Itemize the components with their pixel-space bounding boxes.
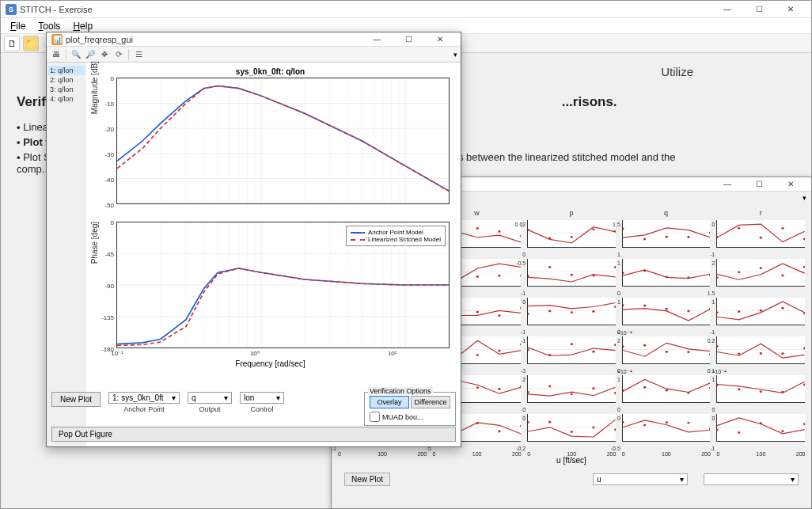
- svg-point-100: [498, 350, 500, 352]
- mini-plot-cell[interactable]: 1 -1: [716, 298, 805, 333]
- overlay-toggle[interactable]: Overlay: [370, 396, 409, 408]
- mini-plot-cell[interactable]: 0.2 0.1: [716, 336, 805, 372]
- grid-col-header: r: [716, 209, 805, 217]
- grid-new-plot-button[interactable]: New Plot: [344, 473, 390, 486]
- svg-point-55: [717, 276, 719, 279]
- mini-plot-cell[interactable]: -1 -3: [527, 336, 616, 372]
- grid-menu-arrow-icon[interactable]: ▾: [803, 194, 806, 202]
- svg-point-47: [614, 266, 616, 268]
- svg-point-74: [548, 310, 551, 313]
- svg-point-159: [476, 422, 478, 424]
- menu-file[interactable]: File: [6, 19, 30, 33]
- data-cursor-icon[interactable]: ☰: [132, 48, 145, 61]
- output-label: Output: [199, 405, 221, 413]
- grid-select-2[interactable]: ▾: [704, 473, 799, 485]
- freq-close-button[interactable]: ✕: [424, 32, 456, 47]
- svg-point-76: [592, 310, 594, 313]
- svg-point-176: [738, 431, 740, 434]
- mini-plot-cell[interactable]: -0.5 -1: [527, 259, 616, 294]
- plot-title: sys_0kn_0ft: q/lon: [86, 67, 454, 76]
- tab-utilize[interactable]: Utilize: [645, 62, 709, 82]
- ytick: -40: [98, 177, 114, 184]
- svg-point-81: [665, 308, 667, 310]
- mini-plot-cell[interactable]: ×10⁻⁴ 1 0: [622, 375, 711, 411]
- mini-plot-cell[interactable]: 0.02 0: [527, 220, 616, 256]
- series-item-2[interactable]: 2: q/lon: [48, 75, 85, 85]
- figure-toolbar: 🖶 🔍 🔎 ✥ ⟳ ☰ ▾: [47, 47, 461, 63]
- print-icon[interactable]: 🖶: [50, 48, 63, 61]
- series-item-4[interactable]: 4: q/lon: [48, 94, 85, 104]
- freq-maximize-button[interactable]: ☐: [393, 32, 424, 47]
- svg-point-112: [687, 351, 689, 353]
- svg-point-56: [738, 271, 740, 273]
- toolbar-arrow-icon[interactable]: ▾: [453, 51, 457, 59]
- mini-plot-cell[interactable]: 2 1.5: [716, 259, 805, 294]
- zoom-in-icon[interactable]: 🔍: [70, 48, 82, 61]
- svg-point-117: [760, 352, 762, 355]
- svg-point-107: [614, 344, 616, 346]
- grid-minimize-button[interactable]: —: [711, 177, 743, 192]
- mini-plot-cell[interactable]: 1.5 1: [622, 220, 711, 256]
- anchor-point-select[interactable]: 1: sys_0kn_0ft▾: [108, 392, 180, 404]
- phase-plot[interactable]: Phase [deg] Anchor Point Model Linearize…: [116, 222, 450, 348]
- svg-point-160: [498, 431, 500, 433]
- verification-options: Verification Options Overlay Difference …: [364, 392, 456, 426]
- muad-checkbox[interactable]: MUAD bou...: [370, 412, 450, 422]
- ytick: 0: [98, 75, 114, 82]
- svg-point-111: [665, 351, 667, 353]
- ytick: 0: [98, 219, 114, 226]
- svg-point-164: [548, 421, 551, 424]
- mini-plot-cell[interactable]: 0 -0.5 0100200: [622, 414, 711, 450]
- svg-point-129: [476, 386, 478, 389]
- freq-footer: New Plot 1: sys_0kn_0ft▾ Anchor Point q▾…: [51, 392, 456, 426]
- svg-point-135: [571, 393, 573, 395]
- mini-plot-cell[interactable]: 2 0: [527, 375, 616, 411]
- svg-point-70: [498, 314, 500, 317]
- new-file-icon[interactable]: 🗋: [4, 36, 20, 51]
- mini-plot-cell[interactable]: ×10⁻⁴ 2 0: [622, 336, 711, 372]
- svg-point-44: [548, 266, 551, 268]
- freq-minimize-button[interactable]: —: [361, 32, 393, 47]
- mini-plot-cell[interactable]: 0 -0.2 0100200: [527, 414, 616, 450]
- mini-plot-cell[interactable]: 0 -1: [716, 220, 805, 256]
- svg-point-88: [782, 307, 784, 310]
- freq-new-plot-button[interactable]: New Plot: [51, 392, 101, 407]
- control-select[interactable]: lon▾: [240, 392, 284, 404]
- series-item-3[interactable]: 3: q/lon: [48, 85, 85, 94]
- svg-point-39: [476, 275, 478, 278]
- series-item-1[interactable]: 1: q/lon: [48, 66, 85, 75]
- rotate-icon[interactable]: ⟳: [112, 48, 125, 61]
- svg-point-41: [520, 275, 522, 277]
- magnitude-plot[interactable]: Magnitude [dB] 0-10-20-30-40-50: [116, 78, 450, 204]
- svg-point-23: [709, 232, 711, 234]
- mini-plot-cell[interactable]: 0 -1 0100200: [716, 414, 805, 450]
- mini-plot-cell[interactable]: 1 0: [622, 298, 711, 333]
- svg-point-11: [520, 235, 522, 237]
- mini-plot-cell[interactable]: ×10⁻⁴ 1 0: [716, 375, 805, 411]
- output-select[interactable]: q▾: [188, 392, 232, 404]
- grid-close-button[interactable]: ✕: [775, 177, 806, 192]
- mini-plot-cell[interactable]: 0 -1: [527, 298, 616, 333]
- difference-toggle[interactable]: Difference: [411, 396, 450, 408]
- zoom-out-icon[interactable]: 🔎: [84, 48, 97, 61]
- grid-maximize-button[interactable]: ☐: [743, 177, 775, 192]
- svg-point-115: [717, 345, 719, 348]
- verify-heading-right: ...risons.: [562, 94, 617, 109]
- pan-icon[interactable]: ✥: [98, 48, 111, 61]
- svg-point-149: [803, 383, 805, 386]
- svg-point-140: [643, 386, 646, 389]
- close-button[interactable]: ✕: [775, 2, 806, 17]
- grid-select-1[interactable]: u▾: [593, 473, 688, 485]
- mini-plot-cell[interactable]: 1 0: [622, 259, 711, 294]
- svg-point-116: [738, 353, 740, 355]
- pop-out-button[interactable]: Pop Out Figure: [51, 427, 456, 442]
- minimize-button[interactable]: —: [711, 2, 743, 17]
- svg-point-137: [614, 392, 616, 394]
- menu-tools[interactable]: Tools: [33, 19, 65, 33]
- open-folder-icon[interactable]: 📁: [23, 36, 39, 51]
- svg-point-110: [643, 344, 646, 347]
- maximize-button[interactable]: ☐: [743, 2, 775, 17]
- verification-title: Verification Options: [368, 387, 433, 395]
- svg-point-104: [548, 354, 551, 356]
- menu-help[interactable]: Help: [68, 19, 97, 33]
